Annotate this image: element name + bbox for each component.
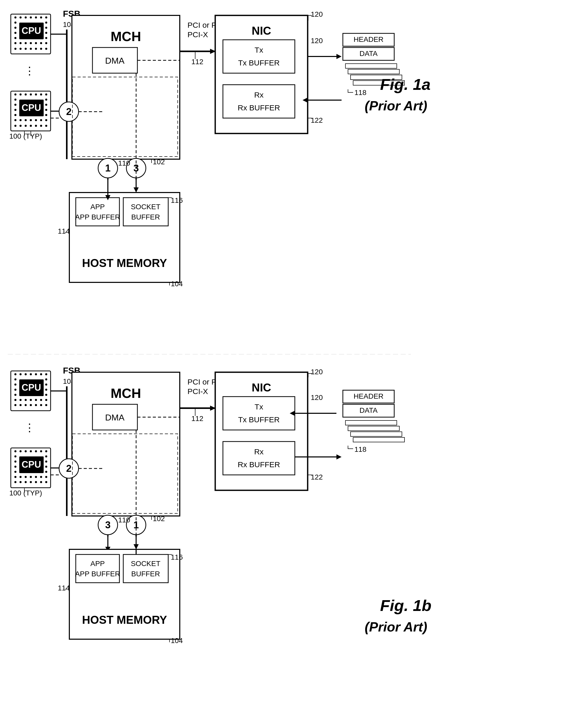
svg-point-148 (45, 461, 47, 463)
typ-label-1b: 100 (TYP) (9, 489, 42, 497)
svg-point-155 (25, 476, 27, 478)
socket-buf-label1-1a: SOCKET (131, 203, 160, 211)
rx-buffer-label-1b: Rx BUFFER (238, 460, 280, 469)
svg-point-46 (45, 114, 47, 116)
svg-rect-85 (348, 69, 399, 74)
svg-rect-189 (348, 426, 399, 431)
dma-label-1b: DMA (105, 413, 125, 422)
svg-point-146 (45, 456, 47, 458)
svg-point-37 (40, 94, 42, 96)
typ-label-1a: 100 (TYP) (9, 132, 42, 140)
pcix-label-1b: PCI-X (187, 387, 208, 396)
num114-1b: 114 (58, 584, 70, 592)
svg-point-131 (25, 404, 27, 406)
svg-point-121 (45, 394, 47, 396)
svg-point-111 (35, 373, 37, 375)
svg-point-53 (45, 119, 47, 121)
svg-point-13 (45, 32, 47, 34)
svg-point-44 (45, 109, 47, 111)
svg-point-3 (25, 17, 27, 19)
fig1a-subtitle: (Prior Art) (365, 98, 427, 113)
rx-label-1b: Rx (254, 447, 264, 456)
svg-point-166 (45, 481, 47, 483)
nic-label-1b: NIC (252, 381, 271, 394)
svg-point-112 (40, 373, 42, 375)
svg-point-55 (20, 125, 22, 127)
svg-point-130 (20, 404, 22, 406)
svg-rect-84 (346, 64, 397, 68)
num114-1a: 114 (58, 227, 70, 235)
num118-1a: 118 (354, 88, 366, 97)
svg-point-159 (45, 476, 47, 478)
svg-point-135 (45, 404, 47, 406)
rx-buffer-label-1a: Rx BUFFER (238, 103, 280, 112)
svg-point-21 (40, 42, 42, 44)
svg-point-58 (35, 125, 37, 127)
app-buf-label1-1b: APP (91, 560, 105, 568)
mch-label-1b: MCH (111, 386, 141, 401)
svg-marker-79 (336, 54, 341, 59)
svg-rect-188 (346, 420, 397, 425)
svg-point-116 (15, 384, 17, 386)
svg-point-153 (15, 476, 17, 478)
svg-point-154 (20, 476, 22, 478)
data-label-1b: DATA (359, 406, 378, 414)
svg-rect-96 (76, 198, 120, 226)
svg-point-40 (45, 99, 47, 101)
svg-point-158 (40, 476, 42, 478)
svg-marker-185 (336, 454, 341, 460)
svg-rect-191 (353, 437, 405, 442)
circle1-1a: 1 (105, 163, 110, 174)
svg-rect-203 (123, 554, 168, 583)
dots1: ⋮ (24, 65, 35, 77)
svg-point-14 (15, 37, 17, 39)
svg-rect-202 (76, 554, 120, 583)
svg-point-141 (30, 450, 32, 452)
cpu1-label: CPU (22, 25, 41, 36)
circle2-1a: 2 (66, 106, 71, 117)
svg-point-119 (45, 389, 47, 391)
dots1b: ⋮ (24, 421, 35, 434)
num116-1b: 116 (171, 553, 183, 561)
num120-mid-1a: 120 (311, 37, 323, 45)
app-buf-label2-1a: APP BUFFER (75, 213, 120, 221)
svg-point-24 (20, 48, 22, 50)
dma-label-1a: DMA (105, 56, 125, 66)
svg-point-107 (15, 373, 17, 375)
num102-1a: 102 (153, 158, 165, 166)
svg-point-152 (45, 471, 47, 473)
nic-label-1a: NIC (252, 24, 271, 37)
svg-point-34 (25, 94, 27, 96)
svg-point-138 (15, 450, 17, 452)
svg-rect-179 (223, 397, 295, 430)
svg-point-113 (45, 373, 47, 375)
svg-point-123 (20, 399, 22, 401)
svg-point-38 (45, 94, 47, 96)
svg-rect-97 (123, 198, 168, 226)
circle3-1b: 3 (105, 520, 110, 530)
svg-point-128 (45, 399, 47, 401)
svg-point-17 (20, 42, 22, 44)
svg-point-117 (45, 384, 47, 386)
host-memory-label-1a: HOST MEMORY (82, 257, 167, 269)
svg-point-42 (45, 104, 47, 106)
data-label-1a: DATA (359, 50, 378, 57)
svg-point-4 (30, 17, 32, 19)
svg-point-18 (25, 42, 27, 44)
svg-point-125 (30, 399, 32, 401)
num120-mid-1b: 120 (311, 393, 323, 401)
svg-rect-76 (223, 85, 295, 118)
tx-label-1b: Tx (254, 402, 263, 411)
svg-point-45 (15, 114, 17, 116)
socket-buf-label2-1a: BUFFER (131, 213, 160, 221)
num118-1b: 118 (354, 445, 366, 453)
mch-label-1a: MCH (111, 29, 141, 44)
svg-point-56 (25, 125, 27, 127)
svg-point-33 (20, 94, 22, 96)
svg-point-20 (35, 42, 37, 44)
rx-label-1a: Rx (254, 90, 264, 99)
svg-point-49 (25, 119, 27, 121)
tx-buffer-label-1a: Tx BUFFER (238, 58, 280, 67)
page-container: CPU ⋮ CPU 100 (TYP) FSB 108 MCH DMA 102 … (0, 0, 584, 728)
svg-point-48 (20, 119, 22, 121)
